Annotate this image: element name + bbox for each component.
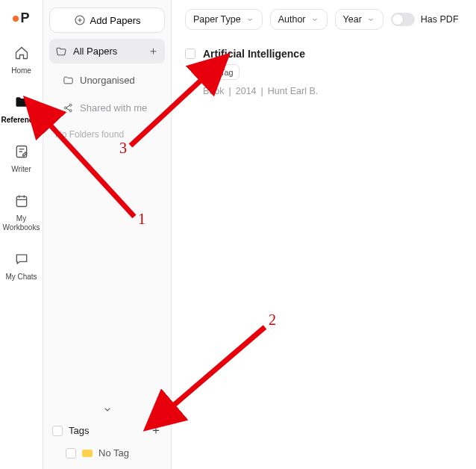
folder-label: All Papers bbox=[73, 46, 117, 57]
filter-bar: Paper Type Author Year Has PDF bbox=[185, 9, 467, 30]
writer-icon bbox=[11, 141, 32, 162]
tags-header-label: Tags bbox=[69, 425, 89, 436]
tag-label: No Tag bbox=[98, 447, 129, 459]
rail-label: References bbox=[1, 116, 42, 125]
paper-meta: Book|2014|Hunt Earl B. bbox=[203, 86, 467, 96]
filter-label: Author bbox=[278, 14, 306, 25]
app-logo: P bbox=[13, 6, 29, 31]
share-icon bbox=[63, 102, 74, 114]
svg-point-4 bbox=[69, 104, 72, 106]
paper-year: 2014 bbox=[236, 86, 257, 96]
rail-item-workbooks[interactable]: My Workbooks bbox=[0, 186, 43, 237]
filter-year[interactable]: Year bbox=[335, 9, 383, 30]
svg-rect-1 bbox=[16, 196, 26, 206]
add-tag-label: Tag bbox=[220, 68, 234, 77]
rail-label: Writer bbox=[11, 165, 31, 174]
main-content: Paper Type Author Year Has PDF Artificia… bbox=[172, 0, 476, 469]
tags-header-row[interactable]: Tags ＋ bbox=[49, 418, 165, 443]
toggle-icon[interactable] bbox=[391, 13, 415, 26]
plus-icon: ＋ bbox=[209, 66, 217, 78]
folder-icon bbox=[63, 75, 74, 86]
paper-type: Book bbox=[203, 86, 225, 96]
folder-label: Unorganised bbox=[80, 75, 135, 86]
rail-item-writer[interactable]: Writer bbox=[0, 137, 43, 178]
nav-rail: P Home References Writer My Workbooks bbox=[0, 0, 43, 469]
home-icon bbox=[11, 43, 32, 63]
paper-checkbox[interactable] bbox=[185, 49, 195, 59]
add-papers-label: Add Papers bbox=[90, 15, 141, 26]
chevron-down-icon bbox=[366, 15, 375, 24]
tag-color-icon bbox=[82, 450, 93, 457]
logo-dot-icon bbox=[13, 16, 19, 22]
rail-label: My Chats bbox=[5, 273, 37, 282]
workbook-icon bbox=[11, 190, 32, 211]
paper-title: Artificial Intelligence bbox=[203, 48, 305, 60]
logo-text: P bbox=[20, 10, 29, 26]
sidebar-panel: Add Papers All Papers ＋ Unorganised Shar… bbox=[43, 0, 172, 469]
folder-unorganised[interactable]: Unorganised bbox=[49, 69, 165, 91]
folder-shared[interactable]: Shared with me bbox=[49, 97, 165, 119]
tags-checkbox[interactable] bbox=[52, 426, 63, 436]
folder-all-papers[interactable]: All Papers ＋ bbox=[49, 39, 165, 63]
add-papers-button[interactable]: Add Papers bbox=[49, 7, 165, 33]
rail-item-chats[interactable]: My Chats bbox=[0, 244, 43, 286]
svg-point-3 bbox=[64, 107, 66, 109]
tag-row-none[interactable]: No Tag bbox=[49, 443, 165, 463]
rail-item-references[interactable]: References bbox=[0, 87, 43, 129]
chat-icon bbox=[11, 249, 32, 270]
plus-circle-icon bbox=[74, 14, 86, 26]
filter-paper-type[interactable]: Paper Type bbox=[185, 9, 263, 30]
has-pdf-label: Has PDF bbox=[421, 14, 459, 25]
filter-author[interactable]: Author bbox=[270, 9, 328, 30]
tags-section: Tags ＋ No Tag bbox=[43, 396, 171, 469]
paper-item[interactable]: Artificial Intelligence ＋ Tag Book|2014|… bbox=[185, 48, 467, 96]
rail-item-home[interactable]: Home bbox=[0, 38, 43, 80]
add-tag-icon[interactable]: ＋ bbox=[150, 423, 162, 438]
chevron-down-icon bbox=[310, 15, 319, 24]
svg-point-5 bbox=[69, 110, 72, 112]
filter-label: Year bbox=[343, 14, 362, 25]
folder-open-icon bbox=[55, 46, 67, 58]
add-folder-icon[interactable]: ＋ bbox=[148, 44, 159, 58]
paper-add-tag-button[interactable]: ＋ Tag bbox=[203, 64, 239, 80]
tag-checkbox[interactable] bbox=[66, 448, 76, 459]
rail-label: My Workbooks bbox=[0, 214, 43, 232]
rail-label: Home bbox=[11, 66, 31, 75]
chevron-down-icon[interactable] bbox=[101, 403, 113, 415]
filter-label: Paper Type bbox=[193, 14, 241, 25]
chevron-down-icon bbox=[245, 15, 254, 24]
paper-author: Hunt Earl B. bbox=[268, 86, 318, 96]
filter-has-pdf[interactable]: Has PDF bbox=[391, 13, 459, 26]
folder-label: Shared with me bbox=[80, 102, 147, 114]
folder-filled-icon bbox=[11, 92, 32, 113]
no-folders-text: No Folders found bbox=[49, 125, 165, 144]
